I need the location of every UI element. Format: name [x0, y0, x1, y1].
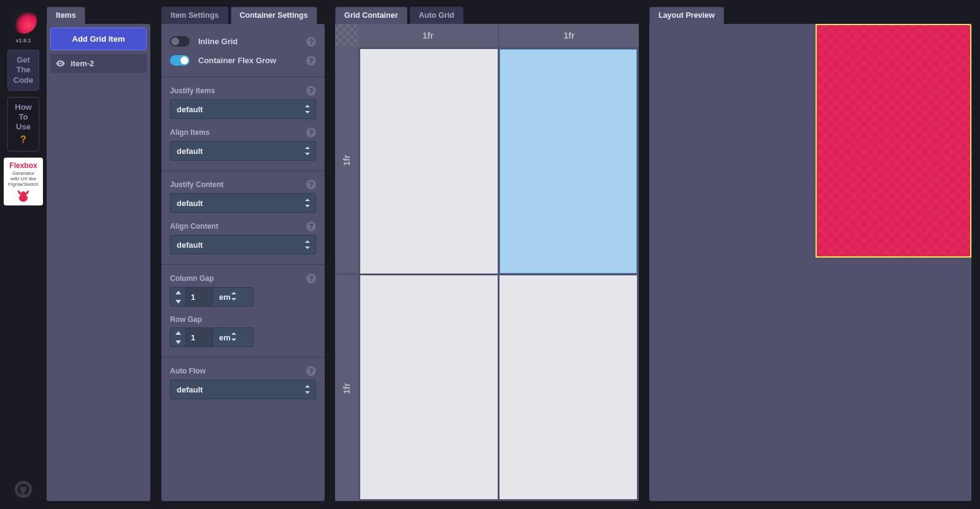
row-gap-stepper — [170, 327, 186, 347]
tab-grid-container[interactable]: Grid Container — [335, 7, 407, 24]
justify-content-select[interactable]: default — [170, 193, 316, 213]
chevron-updown-icon — [231, 292, 237, 302]
visibility-icon[interactable] — [55, 58, 66, 69]
chevron-updown-icon — [231, 332, 237, 343]
justify-items-select[interactable]: default — [170, 99, 316, 119]
row-header[interactable]: 1fr — [335, 47, 358, 274]
flexbox-generator-link[interactable]: Flexbox Generator with UX like Figma/Ske… — [4, 158, 43, 206]
column-gap-input[interactable] — [186, 287, 213, 307]
justify-items-label: Justify Items — [170, 86, 215, 95]
tab-container-settings[interactable]: Container Settings — [231, 7, 317, 24]
column-gap-decrement[interactable] — [171, 297, 185, 306]
grid-item-placed[interactable] — [500, 49, 637, 274]
how-to-use-button[interactable]: How To Use ? — [7, 97, 39, 151]
get-the-code-button[interactable]: Get The Code — [7, 50, 39, 91]
chevron-updown-icon — [304, 385, 311, 394]
left-rail: v1.9.1 Get The Code How To Use ? Flexbox… — [0, 0, 47, 509]
help-icon: ? — [10, 134, 36, 146]
grid-container-panel: Grid Container Auto Grid 1fr 1fr 1fr 1fr — [335, 7, 639, 501]
row-gap-unit-select[interactable]: em — [213, 327, 253, 347]
chevron-updown-icon — [304, 105, 311, 113]
row-gap-decrement[interactable] — [171, 337, 185, 346]
layout-preview-panel: Layout Preview — [649, 7, 971, 501]
item-label: item-2 — [71, 59, 94, 68]
column-gap-unit-select[interactable]: em — [213, 287, 253, 307]
chevron-updown-icon — [304, 147, 311, 155]
tab-auto-grid[interactable]: Auto Grid — [410, 7, 464, 24]
column-header[interactable]: 1fr — [358, 24, 498, 47]
inline-grid-toggle[interactable] — [170, 36, 190, 47]
help-icon[interactable]: ? — [306, 274, 316, 283]
settings-panel: Item Settings Container Settings Inline … — [161, 7, 325, 501]
chevron-updown-icon — [304, 240, 311, 249]
help-icon[interactable]: ? — [306, 180, 316, 189]
tab-layout-preview[interactable]: Layout Preview — [649, 7, 724, 24]
app-logo — [10, 7, 37, 34]
grid-cell[interactable] — [500, 275, 637, 500]
column-header[interactable]: 1fr — [500, 24, 639, 47]
add-grid-item-button[interactable]: Add Grid Item — [50, 28, 147, 50]
justify-content-label: Justify Content — [170, 180, 223, 189]
grid-area — [358, 47, 639, 501]
version-label: v1.9.1 — [15, 37, 31, 44]
auto-flow-label: Auto Flow — [170, 367, 206, 375]
column-gap-increment[interactable] — [171, 288, 185, 297]
list-item[interactable]: item-2 — [50, 54, 147, 73]
row-gap-input[interactable] — [186, 327, 213, 347]
grid-cell[interactable] — [360, 275, 498, 500]
row-header[interactable]: 1fr — [335, 275, 358, 502]
chevron-updown-icon — [304, 199, 311, 207]
align-items-label: Align Items — [170, 128, 210, 137]
align-items-select[interactable]: default — [170, 141, 316, 161]
row-gap-label: Row Gap — [170, 315, 202, 324]
preview-grid — [649, 24, 971, 501]
tab-items[interactable]: Items — [47, 7, 85, 24]
help-icon[interactable]: ? — [306, 221, 316, 231]
grid-cell[interactable] — [360, 49, 498, 274]
items-panel: Items Add Grid Item item-2 — [47, 7, 150, 501]
tab-item-settings[interactable]: Item Settings — [161, 7, 228, 24]
bull-icon — [16, 189, 31, 202]
align-content-label: Align Content — [170, 222, 218, 231]
row-gap-increment[interactable] — [171, 328, 185, 337]
help-icon[interactable]: ? — [306, 366, 316, 376]
container-flex-grow-toggle[interactable] — [170, 55, 190, 66]
container-flex-grow-label: Container Flex Grow — [198, 56, 306, 65]
grid-corner[interactable] — [335, 24, 358, 47]
how-to-use-label: How To Use — [15, 102, 31, 132]
preview-item[interactable] — [816, 24, 972, 258]
inline-grid-label: Inline Grid — [198, 37, 306, 46]
help-icon[interactable]: ? — [306, 37, 316, 47]
github-icon — [18, 484, 29, 495]
github-link[interactable] — [15, 481, 32, 498]
flexbox-subtitle: Generator with UX like Figma/Sketch — [6, 170, 41, 188]
align-content-select[interactable]: default — [170, 235, 316, 255]
column-gap-stepper — [170, 287, 186, 307]
help-icon[interactable]: ? — [306, 56, 316, 66]
help-icon[interactable]: ? — [306, 86, 316, 96]
flexbox-title: Flexbox — [6, 161, 41, 170]
auto-flow-select[interactable]: default — [170, 380, 316, 399]
help-icon[interactable]: ? — [306, 128, 316, 137]
column-gap-label: Column Gap — [170, 274, 214, 283]
